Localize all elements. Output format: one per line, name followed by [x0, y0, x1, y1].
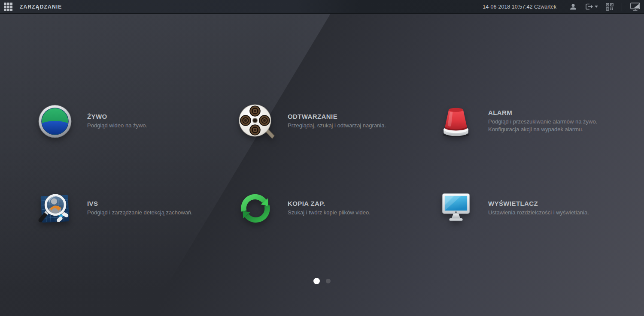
logout-button[interactable]: [581, 0, 602, 13]
logout-icon: [585, 3, 593, 10]
monitor-icon: [438, 190, 474, 226]
qr-code-button[interactable]: [602, 0, 617, 13]
tile-title: KOPIA ZAP.: [288, 200, 371, 207]
tile-text: WYŚWIETLACZ Ustawienia rozdzielczości i …: [488, 200, 589, 217]
tile-kopia-zap[interactable]: KOPIA ZAP. Szukaj i twórz kopie plików v…: [237, 190, 435, 226]
tile-description: Konfiguracja akcji na wypadek alarmu.: [488, 126, 597, 133]
live-lens-icon: [37, 103, 73, 139]
tile-title: ŻYWO: [87, 113, 147, 120]
chevron-down-icon: [595, 6, 598, 8]
tile-description: Ustawienia rozdzielczości i wyświetlania…: [488, 209, 589, 217]
siren-icon: [438, 103, 474, 139]
tile-alarm[interactable]: ALARM Podgląd i przeszukiwanie alarmów n…: [438, 103, 635, 139]
tile-text: ODTWARZANIE Przeglądaj, szukaj i odtwarz…: [288, 113, 386, 129]
qr-code-icon: [606, 3, 614, 11]
main-menu-button[interactable]: [0, 0, 16, 13]
tile-text: IVS Podgląd i zarządzanie detekcją zacho…: [87, 200, 193, 217]
pagination: [0, 277, 644, 284]
film-reel-icon: [237, 103, 273, 139]
grid-menu-icon: [3, 2, 13, 12]
display-output-button[interactable]: [626, 0, 644, 13]
top-bar: ZARZĄDZANIE 14-06-2018 10:57:42 Czwartek: [0, 0, 644, 14]
tile-title: IVS: [87, 200, 193, 207]
page-dot-1[interactable]: [313, 278, 320, 284]
tile-description: Podgląd wideo na żywo.: [87, 122, 147, 129]
tile-zywo[interactable]: ŻYWO Podgląd wideo na żywo.: [37, 103, 234, 139]
topbar-divider: [622, 3, 622, 11]
tile-title: WYŚWIETLACZ: [488, 200, 589, 207]
sync-arrows-icon: [237, 190, 273, 226]
magnifier-person-icon: [37, 190, 73, 226]
tile-title: ODTWARZANIE: [288, 113, 386, 120]
tile-text: ALARM Podgląd i przeszukiwanie alarmów n…: [488, 109, 597, 133]
tile-description: Przeglądaj, szukaj i odtwarzaj nagrania.: [288, 122, 386, 129]
user-account-button[interactable]: [565, 0, 581, 13]
page-dot-2[interactable]: [326, 279, 331, 283]
tile-wyswietlacz[interactable]: WYŚWIETLACZ Ustawienia rozdzielczości i …: [438, 190, 635, 226]
tile-title: ALARM: [488, 109, 597, 116]
user-icon: [569, 3, 577, 11]
tile-description: Szukaj i twórz kopie plików video.: [288, 209, 371, 217]
topbar-divider: [561, 3, 561, 11]
tile-description: Podgląd i zarządzanie detekcją zachowań.: [87, 209, 193, 217]
tile-ivs[interactable]: IVS Podgląd i zarządzanie detekcją zacho…: [37, 190, 234, 226]
monitor-output-icon: [630, 3, 640, 11]
tile-text: KOPIA ZAP. Szukaj i twórz kopie plików v…: [288, 200, 371, 217]
page-title: ZARZĄDZANIE: [20, 4, 62, 10]
tile-description: Podgląd i przeszukiwanie alarmów na żywo…: [488, 118, 597, 126]
datetime-display: 14-06-2018 10:57:42 Czwartek: [483, 4, 556, 10]
tile-text: ŻYWO Podgląd wideo na żywo.: [87, 113, 147, 129]
tile-odtwarzanie[interactable]: ODTWARZANIE Przeglądaj, szukaj i odtwarz…: [237, 103, 435, 139]
